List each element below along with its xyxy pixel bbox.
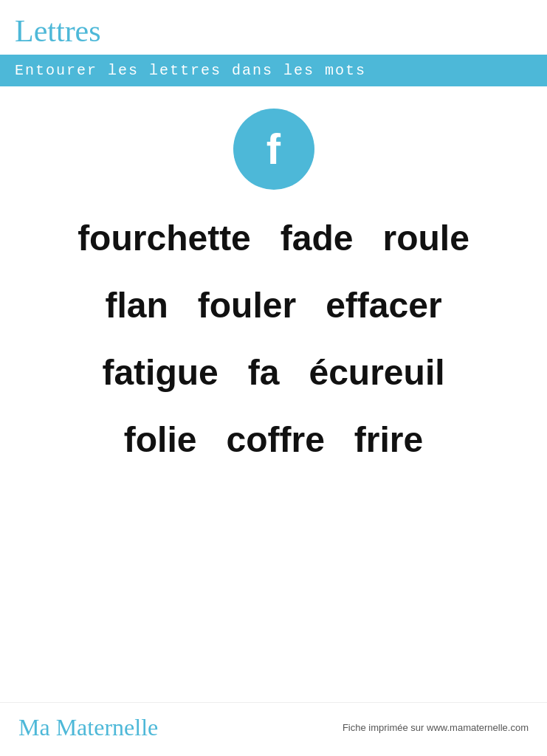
word-fade: fade: [281, 218, 354, 258]
title-area: Lettres: [0, 0, 547, 55]
words-row-1: fourchette fade roule: [22, 205, 525, 272]
subtitle-bar: Entourer les lettres dans les mots: [0, 55, 547, 86]
word-roule: roule: [383, 218, 469, 258]
word-ecureuil: écureuil: [309, 352, 444, 393]
word-fouler: fouler: [198, 285, 296, 326]
word-fatigue: fatigue: [102, 352, 218, 393]
letter-circle: f: [233, 109, 314, 190]
words-row-3: fatigue fa écureuil: [22, 339, 525, 406]
page: Lettres Entourer les lettres dans les mo…: [0, 0, 547, 756]
word-fourchette: fourchette: [78, 218, 251, 258]
word-frire: frire: [354, 419, 423, 460]
words-row-4: folie coffre frire: [22, 406, 525, 473]
words-row-2: flan fouler effacer: [22, 272, 525, 339]
word-folie: folie: [124, 419, 197, 460]
page-title: Lettres: [15, 14, 101, 48]
word-effacer: effacer: [326, 285, 441, 326]
footer-logo: Ma Maternelle: [18, 714, 158, 741]
words-area: fourchette fade roule flan fouler efface…: [0, 197, 547, 481]
word-coffre: coffre: [226, 419, 324, 460]
footer-url: Fiche imprimée sur www.mamaternelle.com: [343, 722, 529, 733]
letter-display: f: [266, 128, 281, 171]
word-flan: flan: [105, 285, 168, 326]
footer: Ma Maternelle Fiche imprimée sur www.mam…: [0, 702, 547, 756]
word-fa: fa: [248, 352, 280, 393]
subtitle-text: Entourer les lettres dans les mots: [15, 62, 366, 79]
